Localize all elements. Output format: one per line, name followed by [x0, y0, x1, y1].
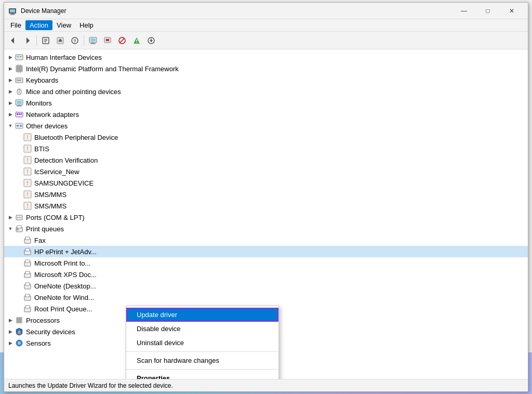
tree-item-mice[interactable]: ▶ Mice and other pointing devices: [4, 86, 528, 97]
icon-hp-eprint: [23, 247, 32, 256]
svg-rect-17: [90, 43, 96, 44]
ctx-disable-device[interactable]: Disable device: [126, 322, 278, 336]
label-security: Security devices: [26, 328, 75, 336]
icon-network: [15, 110, 24, 119]
tree-item-print-queues[interactable]: ▼ Print queues: [4, 223, 528, 234]
tree-item-keyboards[interactable]: ▶ Keyboards: [4, 74, 528, 86]
tree-item-detection[interactable]: ▶ ! Detection Verification: [4, 154, 528, 166]
expander-processors[interactable]: ▶: [6, 316, 15, 324]
expander-security[interactable]: ▶: [6, 327, 15, 336]
help-toolbar-btn[interactable]: ?: [68, 34, 82, 47]
tree-item-onenote-win[interactable]: ▶ OneNote for Wind...: [4, 292, 528, 303]
icon-processors: [15, 316, 24, 325]
icon-print-queues: [15, 224, 24, 233]
svg-rect-47: [17, 101, 22, 104]
svg-rect-2: [11, 14, 14, 15]
icon-root-print: [23, 304, 32, 313]
context-menu: Update driver Disable device Uninstall d…: [126, 306, 279, 379]
icon-other: [15, 121, 24, 130]
expander-human-interface[interactable]: ▶: [6, 53, 15, 61]
svg-rect-39: [17, 79, 18, 80]
ctx-uninstall-device[interactable]: Uninstall device: [126, 336, 278, 350]
content-area: ▶ Human Interface Devices ▶ Intel(R) Dyn…: [4, 49, 528, 379]
svg-point-57: [20, 125, 22, 127]
menu-help[interactable]: Help: [75, 20, 98, 30]
expander-ports[interactable]: ▶: [6, 213, 15, 221]
icon-samsung-warn: !: [23, 178, 32, 188]
svg-rect-79: [17, 230, 19, 231]
tree-item-human-interface[interactable]: ▶ Human Interface Devices: [4, 51, 528, 63]
tree-item-other[interactable]: ▼ Other devices: [4, 120, 528, 132]
label-human-interface: Human Interface Devices: [26, 54, 102, 61]
expander-mice[interactable]: ▶: [6, 87, 15, 96]
svg-rect-49: [17, 106, 22, 107]
uninstall-toolbar-btn[interactable]: [101, 34, 114, 47]
icon-btis-warn: !: [23, 144, 32, 153]
label-network: Network adapters: [26, 111, 79, 119]
tree-item-intel[interactable]: ▶ Intel(R) Dynamic Platform and Thermal …: [4, 63, 528, 74]
svg-rect-16: [91, 43, 95, 44]
expander-print-queues[interactable]: ▼: [6, 225, 15, 233]
label-bluetooth: Bluetooth Peripheral Device: [34, 134, 118, 141]
expander-network[interactable]: ▶: [6, 110, 15, 119]
svg-rect-52: [19, 113, 20, 115]
close-button[interactable]: ✕: [500, 3, 524, 19]
icon-ms-print: [23, 258, 32, 268]
tree-item-samsung[interactable]: ▶ ! SAMSUNGDEVICE: [4, 177, 528, 189]
tree-item-onenote-desktop[interactable]: ▶ OneNote (Desktop...: [4, 280, 528, 292]
tree-item-icservice[interactable]: ▶ ! IcService_New: [4, 166, 528, 177]
expander-keyboards[interactable]: ▶: [6, 76, 15, 84]
device-manager-window: Device Manager — □ ✕ File Action View He…: [4, 2, 528, 392]
icon-ports: [15, 213, 24, 222]
disable-toolbar-btn[interactable]: [115, 34, 129, 47]
tree-item-bluetooth[interactable]: ▶ ! Bluetooth Peripheral Device: [4, 132, 528, 143]
svg-rect-78: [17, 228, 19, 229]
forward-toolbar-btn[interactable]: [21, 34, 34, 47]
tree-item-smsmms1[interactable]: ▶ ! SMS/MMS: [4, 189, 528, 200]
menu-view[interactable]: View: [52, 20, 75, 30]
back-toolbar-btn[interactable]: [6, 34, 20, 47]
device-manager-icon-btn[interactable]: [86, 34, 100, 47]
tree-item-btis[interactable]: ▶ ! BTIS: [4, 143, 528, 154]
ctx-sep-2: [126, 369, 278, 370]
tree-item-ports[interactable]: ▶ Ports (COM & LPT): [4, 212, 528, 223]
svg-rect-89: [25, 283, 30, 285]
tree-item-fax[interactable]: ▶ Fax: [4, 234, 528, 246]
expander-intel[interactable]: ▶: [6, 64, 15, 73]
ctx-update-driver[interactable]: Update driver: [126, 308, 278, 322]
expander-monitors[interactable]: ▶: [6, 99, 15, 107]
tree-item-hp-eprint[interactable]: ▶ HP ePrint + JetAdv...: [4, 246, 528, 257]
label-hp-eprint: HP ePrint + JetAdv...: [34, 248, 97, 256]
maximize-button[interactable]: □: [476, 3, 500, 19]
svg-rect-77: [17, 226, 21, 228]
svg-point-25: [136, 42, 137, 43]
label-monitors: Monitors: [26, 99, 52, 107]
expander-sensors[interactable]: ▶: [6, 339, 15, 347]
minimize-button[interactable]: —: [452, 3, 476, 19]
title-bar: Device Manager — □ ✕: [4, 3, 528, 19]
svg-rect-15: [90, 38, 96, 42]
menu-action[interactable]: Action: [25, 20, 52, 30]
expander-other[interactable]: ▼: [6, 122, 15, 130]
menu-bar: File Action View Help: [4, 19, 528, 32]
label-root-print: Root Print Queue...: [34, 305, 92, 313]
update-driver-toolbar-btn[interactable]: [54, 34, 67, 47]
scan-toolbar-btn[interactable]: [130, 34, 143, 47]
tree-item-network[interactable]: ▶ Network adapters: [4, 109, 528, 120]
window-icon: [8, 7, 17, 15]
svg-point-75: [20, 217, 21, 218]
tree-item-smsmms2[interactable]: ▶ ! SMS/MMS: [4, 200, 528, 212]
ctx-properties[interactable]: Properties: [126, 371, 278, 379]
svg-point-45: [19, 92, 20, 94]
properties-toolbar-btn[interactable]: [39, 34, 52, 47]
download-toolbar-btn[interactable]: [144, 34, 158, 47]
menu-file[interactable]: File: [6, 20, 25, 30]
device-tree[interactable]: ▶ Human Interface Devices ▶ Intel(R) Dyn…: [4, 49, 528, 379]
ctx-scan-hardware[interactable]: Scan for hardware changes: [126, 353, 278, 367]
tree-item-monitors[interactable]: ▶ Monitors: [4, 97, 528, 109]
toolbar: ?: [4, 32, 528, 49]
svg-rect-81: [25, 237, 30, 240]
tree-item-ms-print[interactable]: ▶ Microsoft Print to...: [4, 257, 528, 269]
tree-item-ms-xps[interactable]: ▶ Microsoft XPS Doc...: [4, 269, 528, 280]
icon-detection-warn: !: [23, 155, 32, 165]
